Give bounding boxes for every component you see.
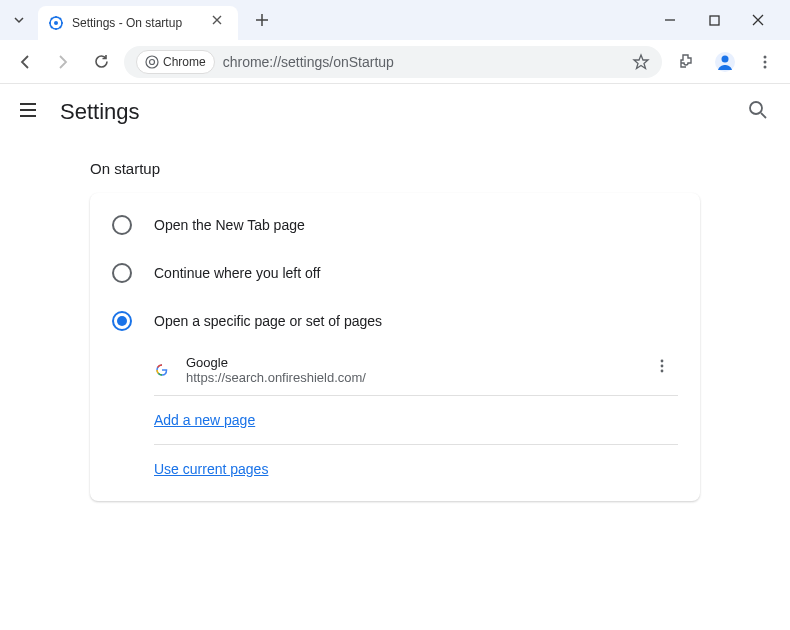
svg-point-10: [750, 102, 762, 114]
option-continue[interactable]: Continue where you left off: [90, 249, 700, 297]
use-current-link[interactable]: Use current pages: [154, 461, 268, 477]
add-page-link[interactable]: Add a new page: [154, 412, 255, 428]
settings-gear-icon: [48, 15, 64, 31]
svg-point-14: [661, 370, 664, 373]
startup-page-row: Google https://search.onfireshield.com/: [90, 345, 700, 395]
svg-point-13: [661, 365, 664, 368]
svg-point-3: [146, 56, 158, 68]
reload-button[interactable]: [86, 47, 116, 77]
bookmark-star-icon[interactable]: [632, 53, 650, 71]
svg-point-12: [661, 360, 664, 363]
window-maximize-button[interactable]: [700, 6, 728, 34]
url-text: chrome://settings/onStartup: [223, 54, 394, 70]
svg-point-8: [764, 60, 767, 63]
radio-icon: [112, 263, 132, 283]
svg-point-7: [764, 55, 767, 58]
svg-point-4: [150, 59, 155, 64]
tab-search-dropdown[interactable]: [8, 9, 30, 31]
radio-label: Open a specific page or set of pages: [154, 313, 382, 329]
startup-card: Open the New Tab page Continue where you…: [90, 193, 700, 501]
window-titlebar: Settings - On startup: [0, 0, 790, 40]
page-name: Google: [186, 355, 638, 370]
radio-icon: [112, 215, 132, 235]
radio-icon: [112, 311, 132, 331]
window-close-button[interactable]: [744, 6, 772, 34]
svg-point-9: [764, 65, 767, 68]
address-bar[interactable]: Chrome chrome://settings/onStartup: [124, 46, 662, 78]
google-favicon-icon: [154, 362, 170, 378]
option-specific-pages[interactable]: Open a specific page or set of pages: [90, 297, 700, 345]
back-button[interactable]: [10, 47, 40, 77]
use-current-row: Use current pages: [90, 445, 700, 493]
settings-header: Settings: [0, 84, 790, 140]
forward-button[interactable]: [48, 47, 78, 77]
option-new-tab[interactable]: Open the New Tab page: [90, 201, 700, 249]
page-url: https://search.onfireshield.com/: [186, 370, 638, 385]
settings-content: On startup Open the New Tab page Continu…: [0, 140, 790, 521]
hamburger-menu-icon[interactable]: [18, 100, 42, 124]
close-tab-icon[interactable]: [212, 15, 228, 31]
svg-rect-2: [710, 16, 719, 25]
tab-title: Settings - On startup: [72, 16, 204, 30]
browser-toolbar: Chrome chrome://settings/onStartup: [0, 40, 790, 84]
radio-label: Continue where you left off: [154, 265, 320, 281]
section-title: On startup: [90, 160, 700, 177]
page-title: Settings: [60, 99, 140, 125]
svg-point-6: [722, 55, 729, 62]
extensions-button[interactable]: [670, 47, 700, 77]
svg-point-1: [54, 21, 58, 25]
window-minimize-button[interactable]: [656, 6, 684, 34]
chrome-logo-icon: [145, 55, 159, 69]
browser-tab[interactable]: Settings - On startup: [38, 6, 238, 40]
chrome-chip: Chrome: [136, 50, 215, 74]
new-tab-button[interactable]: [248, 6, 276, 34]
radio-label: Open the New Tab page: [154, 217, 305, 233]
add-page-row: Add a new page: [90, 396, 700, 444]
search-icon[interactable]: [748, 100, 772, 124]
profile-button[interactable]: [710, 47, 740, 77]
kebab-menu-icon[interactable]: [750, 47, 780, 77]
more-options-icon[interactable]: [654, 358, 678, 382]
